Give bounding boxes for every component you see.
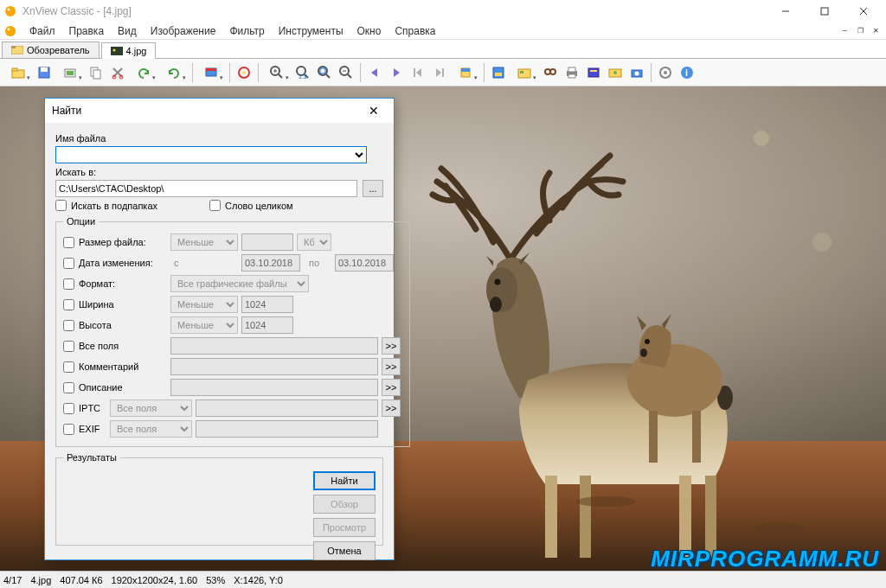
to-label: по (297, 258, 331, 268)
comment-checkbox[interactable]: Комментарий (63, 361, 167, 373)
mdi-restore-button[interactable]: ❐ (853, 25, 867, 37)
zoom-in-button[interactable] (262, 62, 292, 83)
height-value-input[interactable] (241, 316, 293, 334)
comment-input[interactable] (170, 358, 378, 375)
undo-button[interactable] (129, 62, 158, 83)
svg-rect-50 (568, 67, 575, 72)
filesize-value-input[interactable] (241, 233, 293, 251)
description-more-button[interactable]: >> (382, 379, 401, 396)
description-checkbox[interactable]: Описание (63, 382, 167, 393)
svg-rect-42 (461, 68, 470, 72)
scan-button[interactable] (55, 62, 85, 83)
date-from-input[interactable] (241, 254, 300, 272)
iptc-more-button[interactable]: >> (382, 399, 401, 417)
wholeword-checkbox[interactable]: Слово целиком (209, 200, 293, 211)
find-button[interactable]: Найти (313, 471, 376, 490)
minimize-button[interactable] (766, 0, 805, 22)
svg-line-34 (326, 74, 330, 78)
height-op-select[interactable]: Меньше (170, 316, 238, 334)
find-button[interactable] (540, 62, 561, 83)
path-input[interactable] (55, 180, 357, 197)
first-page-button[interactable] (408, 62, 428, 83)
menu-edit[interactable]: Правка (62, 23, 112, 39)
document-icon (3, 24, 17, 38)
view-button[interactable]: Просмотр (313, 518, 376, 537)
iptc-input[interactable] (196, 399, 378, 417)
prev-button[interactable] (364, 62, 385, 83)
dialog-close-button[interactable]: ✕ (361, 104, 387, 118)
filesize-checkbox[interactable]: Размер файла: (63, 237, 167, 248)
filesize-op-select[interactable]: Меньше (170, 233, 238, 251)
cancel-button[interactable]: Отмена (313, 541, 376, 560)
slideshow-button[interactable] (196, 62, 226, 83)
filename-combo[interactable] (55, 146, 367, 163)
open-button[interactable] (3, 62, 33, 83)
allfields-checkbox[interactable]: Все поля (63, 341, 167, 352)
svg-rect-46 (520, 71, 523, 74)
subfolders-checkbox[interactable]: Искать в подпапках (55, 200, 157, 211)
date-to-input[interactable] (335, 254, 394, 272)
browse-results-button[interactable]: Обзор (313, 495, 376, 514)
comment-more-button[interactable]: >> (382, 358, 401, 375)
browse-path-button[interactable]: ... (363, 180, 383, 197)
svg-rect-13 (12, 68, 17, 71)
filename-label: Имя файла (55, 133, 383, 144)
browse-button[interactable] (510, 62, 539, 83)
width-value-input[interactable] (241, 296, 293, 313)
svg-line-27 (279, 74, 282, 78)
copy-button[interactable] (86, 62, 106, 83)
convert-button[interactable] (583, 62, 604, 83)
menu-view[interactable]: Вид (111, 23, 144, 39)
height-checkbox[interactable]: Высота (63, 320, 167, 331)
format-checkbox[interactable]: Формат: (63, 278, 167, 290)
tab-bar: Обозреватель 4.jpg (0, 40, 886, 59)
close-button[interactable] (844, 0, 883, 22)
exif-checkbox[interactable]: EXIF (63, 424, 106, 435)
width-checkbox[interactable]: Ширина (63, 299, 167, 310)
mdi-close-button[interactable]: ✕ (869, 25, 883, 37)
zoom-actual-button[interactable]: 1:1 (292, 62, 313, 83)
menu-tools[interactable]: Инструменты (272, 23, 350, 39)
print-button[interactable] (562, 62, 582, 83)
menu-file[interactable]: Файл (22, 23, 62, 39)
zoom-fit-button[interactable] (314, 62, 335, 83)
allfields-more-button[interactable]: >> (382, 337, 401, 355)
exif-field-select[interactable]: Все поля (110, 420, 192, 438)
width-op-select[interactable]: Меньше (170, 296, 238, 313)
maximize-button[interactable] (805, 0, 844, 22)
tab-browser[interactable]: Обозреватель (2, 42, 100, 58)
iptc-checkbox[interactable]: IPTC (63, 403, 106, 414)
settings-button[interactable] (655, 62, 676, 83)
menu-image[interactable]: Изображение (144, 23, 223, 39)
rotate-button[interactable] (451, 62, 480, 83)
options-fieldset: Опции Размер файла: Меньше Кб Дата измен… (55, 216, 410, 447)
window-title: XnView Classic - [4.jpg] (22, 5, 766, 17)
menu-window[interactable]: Окно (350, 23, 388, 39)
zoom-out-button[interactable] (336, 62, 356, 83)
menu-filter[interactable]: Фильтр (222, 23, 271, 39)
redo-button[interactable] (159, 62, 189, 83)
info-button[interactable]: i (677, 62, 697, 83)
exif-input[interactable] (196, 420, 378, 438)
fullscreen-button[interactable] (488, 62, 509, 83)
format-select[interactable]: Все графические файлы (170, 275, 309, 292)
filesize-unit-select[interactable]: Кб (297, 233, 331, 251)
save-button[interactable] (34, 62, 55, 83)
svg-point-7 (8, 28, 10, 30)
window-titlebar: XnView Classic - [4.jpg] (0, 0, 886, 22)
capture-button[interactable] (605, 62, 626, 83)
tag-button[interactable] (234, 62, 254, 83)
camera-button[interactable] (626, 62, 647, 83)
dialog-titlebar[interactable]: Найти ✕ (45, 99, 394, 123)
menu-help[interactable]: Справка (388, 23, 442, 39)
app-icon (3, 4, 17, 18)
cut-button[interactable] (107, 62, 128, 83)
iptc-field-select[interactable]: Все поля (110, 399, 192, 417)
tab-image[interactable]: 4.jpg (101, 42, 157, 59)
mdi-minimize-button[interactable]: ─ (838, 25, 851, 37)
description-input[interactable] (170, 379, 378, 396)
modified-checkbox[interactable]: Дата изменения: (63, 258, 167, 269)
last-page-button[interactable] (429, 62, 450, 83)
allfields-input[interactable] (170, 337, 378, 355)
next-button[interactable] (386, 62, 407, 83)
